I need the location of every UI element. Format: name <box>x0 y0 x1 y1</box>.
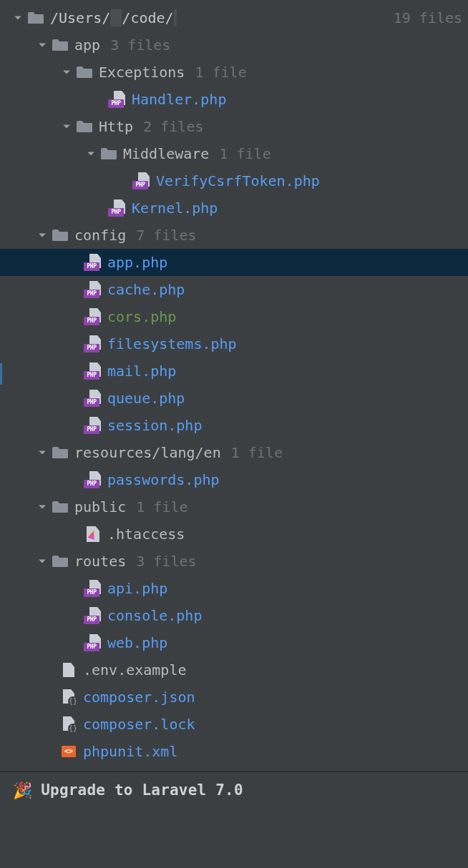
file-count: 1 file <box>219 145 270 162</box>
php-file-icon: PHP <box>83 363 103 380</box>
file-name: VerifyCsrfToken.php <box>156 172 320 189</box>
tree-file-row[interactable]: PHPsession.php <box>0 412 468 439</box>
folder-name: Exceptions <box>99 64 185 81</box>
file-name: .env.example <box>83 661 187 679</box>
tree-folder-row[interactable]: Http2 files <box>0 113 468 140</box>
php-file-icon: PHP <box>107 91 127 108</box>
tree-folder-row[interactable]: app3 files <box>0 31 468 59</box>
chevron-down-icon[interactable] <box>34 557 50 566</box>
xml-file-icon: <> <box>59 743 79 760</box>
tree-folder-row[interactable]: Exceptions1 file <box>0 59 468 86</box>
tree-file-row[interactable]: PHPapi.php <box>0 575 468 602</box>
folder-name: Http <box>99 118 133 135</box>
tree-file-row[interactable]: PHPqueue.php <box>0 385 468 412</box>
tree-file-row[interactable]: PHPfilesystems.php <box>0 330 468 357</box>
php-file-icon: PHP <box>83 580 103 597</box>
tree-file-row[interactable]: PHPapp.php <box>0 249 468 276</box>
chevron-down-icon[interactable] <box>34 231 50 240</box>
tree-root-row[interactable]: /Users/ /code/ 19 files <box>0 4 468 31</box>
root-path: /Users/ /code/ <box>50 9 177 26</box>
party-popper-icon: 🎉 <box>13 781 32 799</box>
tree-folder-row[interactable]: public1 file <box>0 493 468 521</box>
php-file-icon: PHP <box>83 335 103 352</box>
file-count: 1 file <box>231 444 283 461</box>
folder-icon <box>50 553 70 570</box>
folder-icon <box>50 227 70 244</box>
file-name: mail.php <box>107 363 176 380</box>
tree-file-row[interactable]: PHPVerifyCsrfToken.php <box>0 167 468 194</box>
php-file-icon: PHP <box>83 254 103 271</box>
file-count: 3 files <box>110 36 170 54</box>
folder-icon <box>50 498 70 516</box>
chevron-down-icon[interactable] <box>34 41 50 49</box>
folder-icon <box>26 9 46 26</box>
tree-file-row[interactable]: .env.example <box>0 656 468 684</box>
tree-file-row[interactable]: PHPcache.php <box>0 276 468 303</box>
upgrade-banner-text: Upgrade to Laravel 7.0 <box>41 781 243 799</box>
tree-folder-row[interactable]: Middleware1 file <box>0 140 468 167</box>
file-name: .htaccess <box>107 526 185 543</box>
tree-folder-row[interactable]: routes3 files <box>0 548 468 575</box>
chevron-down-icon[interactable] <box>10 14 26 22</box>
folder-icon <box>74 118 94 135</box>
php-file-icon: PHP <box>83 417 103 434</box>
json-file-icon: {} <box>59 689 79 706</box>
file-name: phpunit.xml <box>83 743 177 760</box>
tree-file-row[interactable]: .htaccess <box>0 521 468 548</box>
folder-icon <box>50 444 70 461</box>
file-tree: /Users/ /code/ 19 files app3 filesExcept… <box>0 0 468 765</box>
tree-folder-row[interactable]: resources/lang/en1 file <box>0 439 468 466</box>
file-name: console.php <box>107 607 202 624</box>
file-name: api.php <box>107 580 167 597</box>
file-name: Handler.php <box>132 91 226 108</box>
php-file-icon: PHP <box>83 308 103 325</box>
file-name: app.php <box>107 254 167 271</box>
chevron-down-icon[interactable] <box>59 122 74 131</box>
file-name: session.php <box>107 417 202 434</box>
file-name: composer.json <box>83 689 195 706</box>
folder-icon <box>50 36 70 54</box>
php-file-icon: PHP <box>83 281 103 298</box>
folder-name: public <box>74 498 126 516</box>
folder-icon <box>99 145 119 162</box>
folder-name: config <box>74 227 126 244</box>
file-name: passwords.php <box>107 471 220 488</box>
chevron-down-icon[interactable] <box>83 149 99 158</box>
file-count: 1 file <box>136 498 187 516</box>
tree-file-row[interactable]: PHPHandler.php <box>0 86 468 113</box>
file-name: web.php <box>107 634 167 651</box>
root-file-count: 19 files <box>394 9 462 26</box>
tree-file-row[interactable]: <>phpunit.xml <box>0 738 468 765</box>
file-icon <box>59 661 79 679</box>
file-count: 1 file <box>195 64 246 81</box>
php-file-icon: PHP <box>132 172 152 189</box>
php-file-icon: PHP <box>83 634 103 651</box>
tree-folder-row[interactable]: config7 files <box>0 222 468 249</box>
php-file-icon: PHP <box>83 607 103 624</box>
tree-file-row[interactable]: PHPweb.php <box>0 629 468 656</box>
chevron-down-icon[interactable] <box>59 68 74 77</box>
tree-file-row[interactable]: PHPconsole.php <box>0 602 468 629</box>
tree-file-row[interactable]: PHPpasswords.php <box>0 466 468 493</box>
chevron-down-icon[interactable] <box>34 503 50 511</box>
file-name: cache.php <box>107 281 185 298</box>
json-file-icon: {} <box>59 716 79 733</box>
chevron-down-icon[interactable] <box>34 448 50 457</box>
file-name: queue.php <box>107 390 185 407</box>
php-file-icon: PHP <box>83 471 103 488</box>
tree-file-row[interactable]: PHPmail.php <box>0 357 468 385</box>
folder-name: app <box>74 36 100 54</box>
tree-file-row[interactable]: PHPcors.php <box>0 303 468 330</box>
file-count: 7 files <box>136 227 196 244</box>
tree-file-row[interactable]: {}composer.lock <box>0 711 468 738</box>
file-count: 3 files <box>136 553 196 570</box>
folder-name: routes <box>74 553 126 570</box>
htaccess-file-icon <box>83 526 103 543</box>
tree-file-row[interactable]: {}composer.json <box>0 684 468 711</box>
folder-name: resources/lang/en <box>74 444 221 461</box>
php-file-icon: PHP <box>83 390 103 407</box>
file-name: filesystems.php <box>107 335 237 352</box>
file-name: cors.php <box>107 308 176 325</box>
tree-file-row[interactable]: PHPKernel.php <box>0 194 468 222</box>
upgrade-banner[interactable]: 🎉 Upgrade to Laravel 7.0 <box>0 772 468 808</box>
